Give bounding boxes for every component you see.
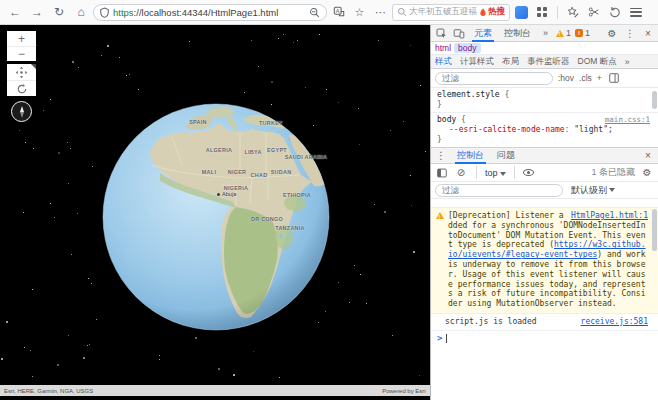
earth-globe[interactable]	[0, 25, 430, 400]
warning-count-badge[interactable]: 1	[556, 28, 571, 38]
log-source-link[interactable]: receive.js:581	[581, 317, 648, 327]
tab-layout[interactable]: 布局	[502, 56, 519, 68]
devtools-panel: 元素 控制台 » 1 !1 ⚙ ⋮ × html body 样式 计算样式 布局…	[430, 25, 658, 400]
city-marker-label: Abuja	[222, 191, 236, 197]
tab-styles[interactable]: 样式	[435, 56, 452, 68]
navigation-toggle-widget	[7, 64, 36, 96]
powered-by-esri[interactable]: Powered by Esri	[383, 387, 426, 394]
breadcrumb-body[interactable]: body	[454, 43, 480, 53]
device-toolbar-icon[interactable]	[452, 26, 466, 40]
hidden-messages-info[interactable]: 1 条已隐藏	[591, 166, 635, 179]
city-marker-dot	[217, 193, 220, 196]
attribution-bar: Esri, HERE, Garmin, NGA, USGS Powered by…	[0, 385, 430, 396]
new-style-rule-icon[interactable]: +	[597, 73, 602, 83]
styles-scrollbar[interactable]	[652, 91, 657, 109]
shield-icon[interactable]	[100, 7, 109, 18]
toggle-hover-state[interactable]: :hov	[558, 73, 574, 83]
element-style-selector[interactable]: element.style	[437, 90, 500, 99]
tab-event-listeners[interactable]: 事件监听器	[527, 56, 570, 68]
log-level-dropdown[interactable]: 默认级别	[571, 184, 615, 197]
rotate-mode-button[interactable]	[7, 80, 36, 96]
inspect-element-icon[interactable]	[434, 26, 448, 40]
toggle-classes[interactable]: .cls	[579, 73, 592, 83]
dom-breadcrumb: html body	[431, 42, 658, 55]
undo-history-icon[interactable]	[605, 3, 624, 22]
apps-grid-icon[interactable]	[533, 3, 552, 22]
zoom-out-button[interactable]: −	[7, 46, 36, 61]
deprecation-warning-message[interactable]: HtmlPage1.html:1[Deprecation] Listener a…	[431, 207, 658, 314]
css-property-name[interactable]: --esri-calcite-mode-name	[437, 125, 565, 134]
tab-console-drawer[interactable]: 控制台	[453, 147, 488, 164]
console-drawer-header: ⋮ 控制台 问题 ×	[431, 148, 658, 164]
console-scrollbar[interactable]	[652, 209, 657, 251]
back-icon[interactable]: ←	[5, 3, 25, 22]
devtools-topbar: 元素 控制台 » 1 !1 ⚙ ⋮ ×	[431, 25, 658, 42]
console-log-message[interactable]: script.js is loaded receive.js:581	[431, 314, 658, 331]
zoom-in-button[interactable]: +	[7, 31, 36, 46]
hot-search-text: 大年初五破五迎福	[409, 6, 477, 18]
console-messages[interactable]: HtmlPage1.html:1[Deprecation] Listener a…	[431, 199, 658, 400]
address-bar[interactable]: https://localhost:44344/HtmlPage1.html	[93, 4, 327, 21]
tab-console[interactable]: 控制台	[500, 25, 535, 42]
console-filter-input[interactable]	[435, 184, 563, 197]
tab-computed[interactable]: 计算样式	[460, 56, 494, 68]
chevron-down-icon	[609, 188, 615, 192]
live-expression-eye-icon[interactable]	[523, 169, 534, 176]
styles-pane[interactable]: element.style { } main.css:1body { --esr…	[431, 88, 658, 148]
zoom-widget: + −	[7, 31, 36, 61]
console-prompt[interactable]: >	[431, 331, 658, 347]
hot-search-box[interactable]: 大年初五破五迎福 热搜	[392, 4, 510, 21]
menu-icon[interactable]	[626, 3, 645, 22]
drawer-close-icon[interactable]: ×	[641, 149, 655, 163]
forward-icon[interactable]: →	[27, 3, 47, 22]
browser-logo-icon[interactable]	[512, 3, 531, 22]
home-icon[interactable]: ⌂	[71, 3, 91, 22]
more-tabs-icon[interactable]: »	[539, 25, 552, 42]
url-text: https://localhost:44344/HtmlPage1.html	[113, 7, 278, 18]
console-toolbar: ⊘ top 1 条已隐藏 ⚙	[431, 164, 658, 182]
breadcrumb-html[interactable]: html	[435, 43, 451, 53]
scene-view[interactable]: SPAINTURKEYALGERIALIBYAEGYPTSAUDI ARABIA…	[0, 25, 430, 400]
drawer-menu-icon[interactable]: ⋮	[434, 149, 448, 163]
reload-icon[interactable]: ↻	[49, 3, 69, 22]
bookmark-star-icon[interactable]: ☆	[350, 3, 369, 22]
devtools-close-icon[interactable]: ×	[641, 26, 655, 40]
console-toolbar-divider2	[514, 166, 515, 179]
chevron-down-icon	[500, 172, 506, 176]
console-settings-gear-icon[interactable]: ⚙	[640, 166, 654, 180]
browser-toolbar: ← → ↻ ⌂ https://localhost:44344/HtmlPage…	[0, 0, 658, 25]
tab-elements[interactable]: 元素	[470, 25, 496, 42]
city-marker[interactable]: Abuja	[217, 190, 242, 199]
css-property-value[interactable]: "light";	[574, 125, 613, 134]
favorite-edit-icon[interactable]	[563, 3, 582, 22]
styles-more-tabs-icon[interactable]: »	[625, 57, 630, 67]
stylesheet-source-link[interactable]: main.css:1	[605, 115, 650, 125]
issue-count-badge[interactable]: !1	[575, 28, 590, 38]
console-toolbar-divider	[476, 166, 477, 179]
zoom-out-page-icon[interactable]	[309, 7, 320, 18]
console-sidebar-icon[interactable]	[435, 166, 449, 180]
context-selector[interactable]: top	[485, 168, 506, 178]
tab-dom-breakpoints[interactable]: DOM 断点	[578, 56, 617, 68]
tab-issues[interactable]: 问题	[493, 147, 519, 164]
compass-widget[interactable]	[11, 101, 32, 122]
settings-gear-icon[interactable]: ⚙	[605, 26, 619, 40]
text-cursor	[446, 334, 447, 343]
more-actions-icon[interactable]: ⋯	[371, 3, 390, 22]
screenshot-scissors-icon[interactable]	[584, 3, 603, 22]
prompt-chevron-icon: >	[437, 334, 442, 344]
clear-console-icon[interactable]: ⊘	[454, 166, 468, 180]
issue-icon: !	[575, 29, 583, 37]
translate-icon[interactable]: A	[329, 3, 348, 22]
flame-icon	[479, 7, 487, 17]
warning-source-link[interactable]: HtmlPage1.html:1	[571, 211, 648, 221]
devtools-menu-icon[interactable]: ⋮	[623, 26, 637, 40]
styles-filter-input[interactable]	[435, 72, 553, 85]
hot-badge[interactable]: 热搜	[479, 6, 505, 18]
search-icon	[397, 7, 407, 17]
warning-icon	[436, 212, 444, 219]
body-selector[interactable]: body	[437, 115, 456, 124]
styles-toolbar: :hov .cls +	[431, 69, 658, 88]
pan-icon	[15, 66, 28, 79]
computed-panel-icon[interactable]	[607, 71, 621, 85]
